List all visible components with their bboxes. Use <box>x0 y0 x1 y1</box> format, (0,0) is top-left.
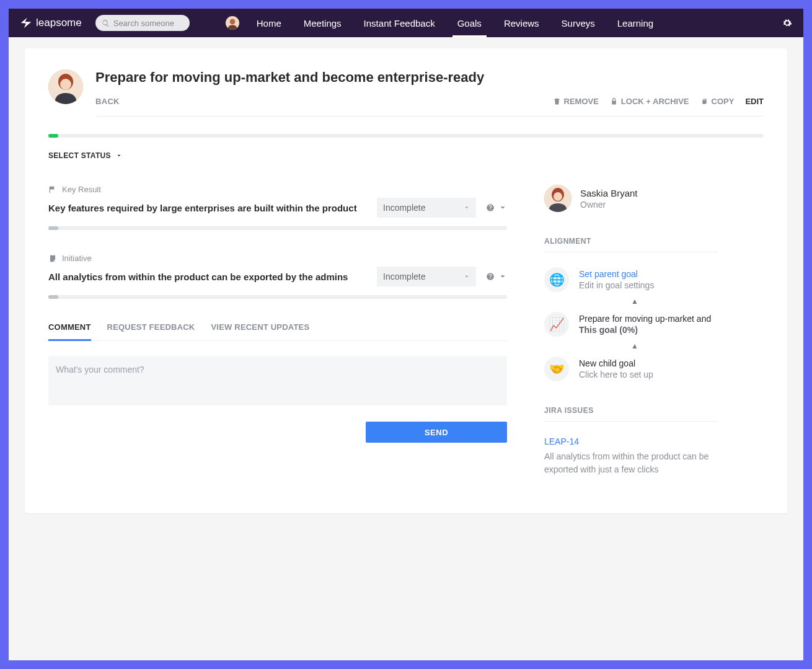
search-input[interactable]: Search someone <box>95 15 190 31</box>
key-result-title: Key features required by large enterpris… <box>48 203 367 213</box>
svg-point-1 <box>229 19 235 24</box>
initiative-title: All analytics from within the product ca… <box>48 272 367 282</box>
trash-icon <box>553 97 561 105</box>
globe-icon: 🌐 <box>544 267 569 292</box>
flag-icon <box>48 185 57 194</box>
tab-view-updates[interactable]: VIEW RECENT UPDATES <box>211 322 309 340</box>
alignment-parent[interactable]: 🌐 Set parent goal Edit in goal settings <box>544 267 718 292</box>
lock-archive-button[interactable]: LOCK + ARCHIVE <box>610 97 689 106</box>
arrow-up-icon: ▲ <box>552 342 718 350</box>
key-result-help[interactable] <box>486 203 507 212</box>
initiative-progress-track <box>48 295 507 299</box>
key-result-status-select[interactable]: Incomplete <box>377 198 476 218</box>
chevron-down-icon <box>116 153 122 159</box>
chevron-down-icon <box>464 273 470 280</box>
nav-surveys[interactable]: Surveys <box>550 9 606 37</box>
initiative-type-label: Initiative <box>62 254 92 263</box>
owner-row: Saskia Bryant Owner <box>544 185 718 212</box>
comment-tabs: COMMENT REQUEST FEEDBACK VIEW RECENT UPD… <box>48 322 507 341</box>
top-nav: leapsome Search someone Home Meetings In… <box>9 9 803 37</box>
alignment-child[interactable]: 🤝 New child goal Click here to set up <box>544 357 718 381</box>
initiative-block: Initiative All analytics from within the… <box>48 254 507 299</box>
key-result-block: Key Result Key features required by larg… <box>48 185 507 230</box>
key-result-type-label: Key Result <box>62 185 101 194</box>
parent-goal-title: Set parent goal <box>579 269 654 279</box>
owner-avatar[interactable] <box>544 185 571 212</box>
brand-icon <box>20 17 32 29</box>
kr-progress-fill <box>48 226 58 230</box>
search-icon <box>102 19 110 27</box>
lock-icon <box>610 97 618 105</box>
nav-meetings[interactable]: Meetings <box>293 9 353 37</box>
chevron-down-icon <box>498 203 507 212</box>
copy-label: COPY <box>712 97 735 106</box>
edit-button[interactable]: EDIT <box>745 97 764 106</box>
avatar-icon <box>48 69 83 104</box>
divider <box>544 252 718 252</box>
back-link[interactable]: BACK <box>95 97 120 106</box>
help-icon <box>486 203 495 212</box>
owner-name: Saskia Bryant <box>580 188 638 198</box>
search-placeholder: Search someone <box>113 19 174 28</box>
arrow-up-icon: ▲ <box>552 297 718 306</box>
avatar-icon <box>544 185 571 212</box>
jira-label: JIRA ISSUES <box>544 406 718 415</box>
select-status-label: SELECT STATUS <box>48 151 111 160</box>
child-goal-title: New child goal <box>579 358 653 368</box>
jira-issue-desc: All analytics from within the product ca… <box>544 450 718 476</box>
copy-icon <box>700 97 708 105</box>
this-goal-subtitle: This goal (0%) <box>579 325 711 335</box>
child-goal-subtitle: Click here to set up <box>579 370 653 379</box>
svg-point-4 <box>60 79 71 90</box>
copy-button[interactable]: COPY <box>700 97 735 106</box>
nav-goals[interactable]: Goals <box>446 9 493 37</box>
lock-label: LOCK + ARCHIVE <box>621 97 689 106</box>
comment-input[interactable] <box>48 356 507 405</box>
tab-comment[interactable]: COMMENT <box>48 322 91 340</box>
nav-reviews[interactable]: Reviews <box>493 9 550 37</box>
alignment-this-goal[interactable]: 📈 Prepare for moving up-market and This … <box>544 312 718 337</box>
select-status-dropdown[interactable]: SELECT STATUS <box>48 151 764 160</box>
initiative-status-select[interactable]: Incomplete <box>377 267 476 286</box>
this-goal-title: Prepare for moving up-market and <box>579 314 711 324</box>
goal-progress-fill <box>48 134 58 138</box>
remove-button[interactable]: REMOVE <box>553 97 599 106</box>
gear-icon[interactable] <box>782 18 792 28</box>
jira-issue-link[interactable]: LEAP-14 <box>544 436 718 446</box>
nav-items: Home Meetings Instant Feedback Goals Rev… <box>245 9 664 37</box>
nav-learning[interactable]: Learning <box>606 9 664 37</box>
goal-owner-avatar[interactable] <box>48 69 83 104</box>
help-icon <box>486 272 495 281</box>
send-button[interactable]: SEND <box>366 422 507 443</box>
tab-request-feedback[interactable]: REQUEST FEEDBACK <box>107 322 195 340</box>
kr-status-value: Incomplete <box>383 203 425 213</box>
brand-text: leapsome <box>36 17 82 29</box>
owner-role: Owner <box>580 200 638 210</box>
initiative-help[interactable] <box>486 272 507 281</box>
chart-growth-icon: 📈 <box>544 312 569 337</box>
nav-home[interactable]: Home <box>245 9 293 37</box>
nav-avatar[interactable] <box>226 16 239 30</box>
initiative-progress-fill <box>48 295 58 299</box>
divider <box>544 421 718 422</box>
page-title: Prepare for moving up-market and become … <box>95 69 764 86</box>
parent-goal-subtitle: Edit in goal settings <box>579 280 654 290</box>
goal-progress-track <box>48 134 764 138</box>
kr-progress-track <box>48 226 507 230</box>
goal-card: Prepare for moving up-market and become … <box>25 48 787 513</box>
avatar-icon <box>226 16 239 30</box>
chevron-down-icon <box>498 272 507 281</box>
note-icon <box>48 254 57 263</box>
nav-instant-feedback[interactable]: Instant Feedback <box>353 9 446 37</box>
initiative-status-value: Incomplete <box>383 272 425 281</box>
svg-point-7 <box>554 192 562 201</box>
brand-logo[interactable]: leapsome <box>20 17 82 29</box>
handshake-icon: 🤝 <box>544 357 569 381</box>
alignment-label: ALIGNMENT <box>544 237 718 246</box>
chevron-down-icon <box>464 205 470 211</box>
remove-label: REMOVE <box>564 97 599 106</box>
